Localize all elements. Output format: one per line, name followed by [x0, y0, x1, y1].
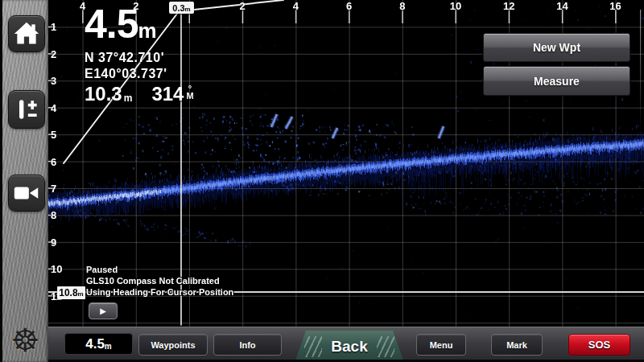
cursor-depth-value: 4.5: [85, 2, 138, 47]
status-message: Paused: [86, 264, 233, 275]
depth-tick-label: 8: [51, 209, 56, 221]
depth-chip-unit: m: [105, 342, 112, 351]
depth-tick-label: 5: [51, 129, 56, 141]
video-camera-icon: [11, 181, 42, 205]
video-button[interactable]: [8, 175, 45, 212]
info-button[interactable]: Info: [213, 334, 282, 356]
range-bearing-readout: 10.3m 314 °M: [85, 83, 194, 105]
cursor-longitude: E140°03.737': [85, 66, 194, 82]
bearing-value: 314: [151, 83, 184, 105]
status-message: GLS10 Compass Not Calibrated: [86, 275, 233, 286]
play-button[interactable]: ▶: [89, 302, 118, 319]
status-message: Using Heading For Cursor Position: [86, 286, 233, 298]
bottom-depth-tag: 10.8m: [57, 286, 85, 299]
waypoints-button[interactable]: Waypoints: [138, 334, 208, 356]
measure-button[interactable]: Measure: [483, 66, 630, 96]
cursor-distance-tag: 0.3m: [169, 2, 194, 14]
bottom-toolbar: 4.5m Waypoints Info Back Menu Mark SOS: [48, 327, 644, 362]
bottom-depth-unit: m: [78, 290, 84, 298]
play-icon: ▶: [100, 307, 106, 315]
ruler-tick-label: 6: [346, 0, 352, 12]
sonar-readout: 4.5m N 37°42.710' E140°03.737' 10.3m 314…: [85, 5, 194, 105]
back-button-stripes-right: [377, 336, 394, 357]
depth-chip-value: 4.5: [85, 336, 105, 352]
depth-tick-label: 7: [51, 183, 56, 195]
sidebar: ☸: [0, 0, 48, 362]
cursor-latitude: N 37°42.710': [85, 50, 194, 66]
ruler-tick-label: 8: [399, 0, 405, 12]
back-button[interactable]: Back: [295, 331, 404, 362]
magnetic-ref: M: [186, 93, 193, 100]
depth-tick-label: 4: [51, 101, 56, 113]
ruler-tick-label: 4: [293, 0, 299, 12]
ruler-tick-label: 10: [450, 0, 461, 12]
menu-button[interactable]: Menu: [416, 334, 466, 356]
sonar-view: 42246810121416 1234567891011 0.3m 4.5m N…: [48, 0, 644, 327]
range-unit: m: [124, 93, 133, 104]
back-button-stripes-left: [304, 336, 322, 357]
bearing-unit: °M: [186, 85, 193, 100]
cursor-depth-unit: m: [138, 19, 157, 43]
depth-tick-label: 9: [51, 236, 56, 248]
ruler-tick-label: 14: [556, 0, 568, 12]
ruler-tick-label: 16: [609, 0, 621, 12]
sos-button[interactable]: SOS: [568, 334, 630, 356]
cursor-distance-unit: m: [185, 6, 191, 13]
depth-tick-label: 3: [51, 75, 56, 87]
chartplotter-screen: ☸ 42246810121416 1234567891011 0.3m 4.5m…: [0, 0, 644, 362]
mark-button[interactable]: Mark: [491, 334, 543, 356]
depth-chip[interactable]: 4.5m: [64, 333, 133, 355]
gain-adjust-icon: [12, 95, 41, 124]
ship-wheel-icon: ☸: [2, 323, 48, 357]
back-button-label: Back: [331, 338, 367, 355]
depth-tick-label: 1: [51, 21, 56, 33]
depth-tick-label: 10: [51, 263, 62, 275]
status-messages: PausedGLS10 Compass Not CalibratedUsing …: [86, 264, 233, 298]
new-wpt-button[interactable]: New Wpt: [483, 33, 630, 62]
depth-tick-label: 2: [51, 47, 56, 60]
cursor-distance-value: 0.3: [172, 3, 184, 13]
home-button[interactable]: [8, 15, 45, 52]
range-value: 10.3: [85, 83, 122, 105]
bottom-depth-value: 10.8: [59, 287, 77, 298]
ruler-tick-label: 2: [240, 0, 246, 12]
ruler-tick-label: 12: [503, 0, 514, 12]
home-icon: [12, 20, 41, 47]
depth-tick-label: 6: [51, 155, 56, 167]
adjust-gain-button[interactable]: [8, 90, 45, 129]
